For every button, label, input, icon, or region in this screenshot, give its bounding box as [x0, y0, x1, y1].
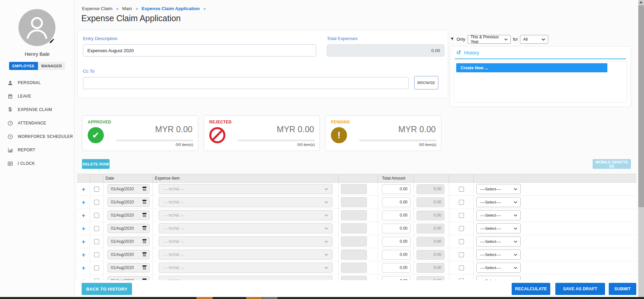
- date-input[interactable]: 01/Aug/2020 31: [108, 211, 149, 220]
- total-amount-input[interactable]: [382, 237, 411, 247]
- chevron-right-icon: »: [203, 6, 206, 11]
- total-amount-input[interactable]: [382, 184, 411, 194]
- row-select-dropdown[interactable]: ----Select----: [476, 236, 521, 247]
- total-amount-input[interactable]: [382, 250, 411, 260]
- calendar-day-icon[interactable]: 31: [142, 252, 147, 257]
- row-flag-checkbox[interactable]: [459, 239, 464, 244]
- calendar-day-icon[interactable]: 31: [142, 226, 147, 231]
- save-as-draft-button[interactable]: SAVE AS DRAFT: [555, 283, 605, 295]
- date-input[interactable]: 01/Aug/2020 31: [108, 237, 149, 246]
- submit-button[interactable]: SUBMIT: [609, 283, 636, 295]
- date-input[interactable]: 01/Aug/2020 31: [108, 197, 149, 207]
- rejected-summary-card: REJECTED MYR 0.00 0/0 item(s): [204, 115, 320, 151]
- date-input[interactable]: 01/Aug/2020 31: [108, 224, 149, 233]
- add-row-icon[interactable]: +: [82, 238, 85, 245]
- row-select-dropdown[interactable]: ----Select----: [476, 250, 521, 260]
- sidebar-item-personal[interactable]: PERSONAL: [0, 76, 74, 89]
- scrollbar-thumb[interactable]: [638, 5, 644, 207]
- cc-to-label: Cc To: [83, 69, 94, 74]
- expense-item-select[interactable]: --- NONE ---: [159, 184, 333, 194]
- blank-column-header: [414, 174, 449, 182]
- rejected-progress-bar: [238, 140, 315, 141]
- history-item-create-new[interactable]: Create New ...: [456, 63, 607, 72]
- expense-item-select[interactable]: --- NONE ---: [159, 236, 333, 247]
- browse-button[interactable]: BROWSE: [414, 76, 438, 89]
- total-amount-input[interactable]: [382, 224, 411, 233]
- expense-item-select[interactable]: --- NONE ---: [159, 223, 333, 233]
- sidebar-item-report[interactable]: REPORT: [0, 143, 74, 157]
- tab-manager[interactable]: MANAGER: [38, 62, 66, 70]
- history-header: ↺ History: [456, 50, 479, 55]
- add-row-icon[interactable]: +: [82, 265, 85, 271]
- row-select-dropdown[interactable]: ----Select----: [476, 184, 521, 194]
- mobile-drafts-button[interactable]: MOBILE DRAFTS (0): [593, 159, 631, 169]
- row-checkbox[interactable]: [94, 252, 99, 257]
- calendar-day-icon[interactable]: 31: [142, 200, 147, 204]
- readonly-field: [341, 184, 367, 194]
- period-select[interactable]: This & Previous Year: [468, 35, 511, 44]
- vertical-scrollbar[interactable]: [638, 0, 644, 297]
- date-input[interactable]: 01/Aug/2020 31: [108, 184, 149, 194]
- row-checkbox[interactable]: [94, 200, 99, 205]
- sidebar-item-workforce-scheduler[interactable]: WORKFORCE SCHEDULER: [0, 130, 74, 143]
- row-checkbox[interactable]: [94, 265, 99, 270]
- chevron-down-icon: [514, 188, 517, 190]
- row-checkbox[interactable]: [94, 187, 99, 192]
- date-input[interactable]: 01/Aug/2020 31: [108, 263, 149, 272]
- row-select-dropdown[interactable]: ----Select----: [476, 197, 521, 207]
- taskbar-segment: [262, 297, 277, 299]
- calendar-day-icon[interactable]: 31: [142, 265, 147, 270]
- edit-avatar-pencil-icon[interactable]: [49, 38, 55, 45]
- row-select-dropdown[interactable]: ----Select----: [476, 210, 521, 220]
- sidebar-item-leave[interactable]: LEAVE: [0, 89, 74, 103]
- calendar-day-icon[interactable]: 31: [142, 187, 147, 191]
- sidebar-item-i-clock[interactable]: I CLOCK: [0, 157, 74, 170]
- row-checkbox[interactable]: [94, 213, 99, 218]
- row-flag-checkbox[interactable]: [459, 252, 464, 257]
- row-select-dropdown[interactable]: ----Select----: [476, 263, 521, 273]
- total-amount-input[interactable]: [382, 263, 411, 273]
- tab-employee[interactable]: EMPLOYEE: [9, 62, 38, 70]
- calendar-day-icon[interactable]: 31: [142, 239, 147, 244]
- history-filter-row: Only This & Previous Year for All: [450, 35, 548, 44]
- calendar-day-icon[interactable]: 31: [142, 213, 147, 218]
- recalculate-button[interactable]: RECALCULATE: [512, 283, 550, 295]
- row-checkbox[interactable]: [94, 239, 99, 244]
- delete-row-button[interactable]: DELETE ROW: [82, 159, 110, 169]
- expense-item-select[interactable]: --- NONE ---: [159, 263, 333, 273]
- row-flag-checkbox[interactable]: [459, 187, 464, 192]
- breadcrumb-main[interactable]: Main: [122, 6, 132, 11]
- date-input[interactable]: 01/Aug/2020 31: [108, 250, 149, 259]
- filter-only-label: Only: [457, 37, 465, 42]
- row-flag-checkbox[interactable]: [459, 265, 464, 270]
- sidebar-item-expense-claim[interactable]: $ EXPENSE CLAIM: [0, 103, 74, 116]
- row-checkbox[interactable]: [94, 226, 99, 231]
- back-to-history-button[interactable]: BACK TO HISTORY: [82, 283, 132, 295]
- expense-item-select[interactable]: --- NONE ---: [159, 210, 333, 220]
- add-row-icon[interactable]: +: [82, 186, 85, 192]
- total-amount-input[interactable]: [382, 197, 411, 207]
- history-icon: ↺: [456, 50, 461, 55]
- row-flag-checkbox[interactable]: [459, 213, 464, 218]
- row-select-dropdown[interactable]: ----Select----: [476, 223, 521, 233]
- entry-description-input[interactable]: [83, 44, 316, 57]
- sidebar-item-attendance[interactable]: ATTENDANCE: [0, 116, 74, 130]
- chevron-down-icon: [325, 227, 328, 230]
- expense-item-select[interactable]: --- NONE ---: [159, 197, 333, 207]
- scope-select[interactable]: All: [520, 35, 548, 44]
- readonly-amount-field: [417, 184, 444, 194]
- cc-to-input[interactable]: [83, 77, 409, 89]
- total-amount-input[interactable]: [382, 211, 411, 220]
- scroll-up-arrow-icon[interactable]: [639, 1, 643, 3]
- breadcrumb-expense-claim[interactable]: Expense Claim: [82, 6, 113, 11]
- add-row-icon[interactable]: +: [82, 199, 85, 205]
- page-title: Expense Claim Application: [81, 13, 181, 23]
- add-row-icon[interactable]: +: [82, 225, 85, 232]
- add-row-icon[interactable]: +: [82, 252, 85, 258]
- row-flag-checkbox[interactable]: [459, 226, 464, 231]
- row-flag-checkbox[interactable]: [459, 200, 464, 205]
- table-row: + 01/Aug/2020 31 --- NONE ---: [77, 261, 636, 274]
- add-row-icon[interactable]: +: [82, 212, 85, 219]
- expense-item-select[interactable]: --- NONE ---: [159, 250, 333, 260]
- breadcrumb-current[interactable]: Expense Claim Application: [142, 6, 200, 11]
